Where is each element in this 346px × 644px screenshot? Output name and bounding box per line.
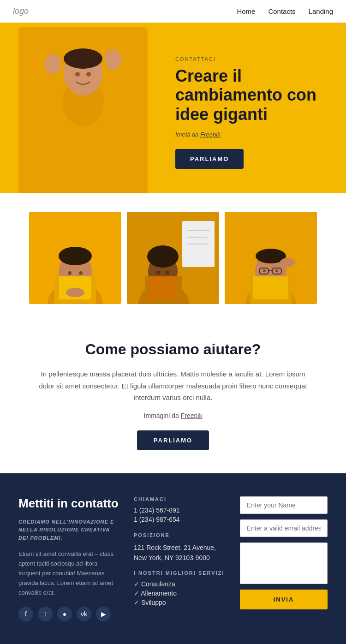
gallery-item-2 xyxy=(127,212,219,304)
hero-person-image xyxy=(18,27,148,193)
hero-content: CONTATTACI Creare il cambiamento con ide… xyxy=(166,23,346,193)
mid-cta-button[interactable]: PARLIAMO xyxy=(137,430,209,450)
hero-cta-button[interactable]: PARLIAMO xyxy=(175,149,244,169)
posizione-label: POSIZIONE xyxy=(134,532,226,538)
gallery-section xyxy=(0,193,346,322)
email-input[interactable] xyxy=(240,519,328,537)
services-list: Consulenza Allenamento Sviluppo xyxy=(134,580,226,606)
svg-point-9 xyxy=(86,72,91,77)
svg-point-6 xyxy=(45,54,61,74)
mid-credit-link[interactable]: Freepik xyxy=(181,412,203,419)
vk-icon[interactable]: vk xyxy=(77,607,91,621)
svg-rect-30 xyxy=(149,276,178,299)
contact-footer: Mettiti in contatto CREDIAMO NELL'INNOVA… xyxy=(0,473,346,644)
hero-title: Creare il cambiamento con idee giganti xyxy=(175,66,328,124)
mid-section: Come possiamo aiutare? In pellentesque m… xyxy=(0,322,346,473)
svg-point-8 xyxy=(75,72,80,77)
gallery-image-3 xyxy=(225,212,317,304)
chiamaci-label: CHIAMACI xyxy=(134,496,226,502)
hero-credit-link[interactable]: Freepik xyxy=(200,131,220,138)
svg-point-32 xyxy=(166,271,169,274)
logo: logo xyxy=(13,6,29,16)
mid-text: In pellentesque massa placerat duis ultr… xyxy=(37,368,309,404)
instagram-icon[interactable]: ● xyxy=(57,607,72,621)
address: 121 Rock Street, 21 Avenue, New York, NY… xyxy=(134,543,226,563)
submit-button[interactable]: INVIA xyxy=(240,590,328,609)
nav-links: Home Contacts Landing xyxy=(237,7,333,15)
gallery-image-1 xyxy=(29,212,121,304)
svg-point-7 xyxy=(105,49,121,70)
name-input[interactable] xyxy=(240,496,328,514)
gallery-item-1 xyxy=(29,212,121,304)
svg-point-17 xyxy=(79,271,83,275)
hero-section: CONTATTACI Creare il cambiamento con ide… xyxy=(0,23,346,193)
svg-point-29 xyxy=(166,250,177,261)
nav-home[interactable]: Home xyxy=(237,7,255,15)
svg-point-42 xyxy=(263,269,266,272)
message-textarea[interactable] xyxy=(240,543,328,584)
service-1: Consulenza xyxy=(134,580,226,588)
svg-rect-38 xyxy=(253,276,288,299)
gallery-image-2 xyxy=(127,212,219,304)
navbar: logo Home Contacts Landing xyxy=(0,0,346,23)
svg-point-31 xyxy=(156,271,160,274)
contact-desc: Etiam sit amet convallis erat – class ap… xyxy=(18,549,120,597)
svg-point-14 xyxy=(59,247,92,265)
contact-grid: Mettiti in contatto CREDIAMO NELL'INNOVA… xyxy=(18,496,328,622)
hero-label: CONTATTACI xyxy=(175,56,328,62)
mid-title: Come possiamo aiutare? xyxy=(37,341,309,358)
svg-point-28 xyxy=(149,250,160,261)
contact-col2: CHIAMACI 1 (234) 567-891 1 (234) 987-654… xyxy=(134,496,226,622)
gallery-item-3 xyxy=(225,212,317,304)
svg-rect-2 xyxy=(55,119,111,175)
social-icons: f t ● vk ▶ xyxy=(18,607,120,621)
hero-credit: Imetà da Freepik xyxy=(175,131,328,138)
nav-contacts[interactable]: Contacts xyxy=(268,7,295,15)
twitter-icon[interactable]: t xyxy=(38,607,53,621)
service-2: Allenamento xyxy=(134,590,226,597)
contact-tagline: CREDIAMO NELL'INNOVAZIONE E NELLA RISOLU… xyxy=(18,518,120,543)
facebook-icon[interactable]: f xyxy=(18,607,33,621)
service-3: Sviluppo xyxy=(134,599,226,606)
hero-image-area xyxy=(0,23,166,193)
contact-form: INVIA xyxy=(240,496,328,622)
youtube-icon[interactable]: ▶ xyxy=(96,607,111,621)
phone2: 1 (234) 987-654 xyxy=(134,516,226,523)
svg-point-18 xyxy=(66,288,84,297)
svg-point-5 xyxy=(64,48,102,69)
mid-credit: Immagini da Freepik xyxy=(37,412,309,419)
svg-point-16 xyxy=(68,271,72,275)
svg-point-43 xyxy=(275,269,278,272)
contact-heading: Mettiti in contatto xyxy=(18,496,120,511)
nav-landing[interactable]: Landing xyxy=(309,7,333,15)
contact-col1: Mettiti in contatto CREDIAMO NELL'INNOVA… xyxy=(18,496,120,622)
svg-point-44 xyxy=(280,258,295,267)
servizi-label: I NOSTRI MIGLIORI SERVIZI xyxy=(134,570,226,576)
phone1: 1 (234) 567-891 xyxy=(134,507,226,514)
